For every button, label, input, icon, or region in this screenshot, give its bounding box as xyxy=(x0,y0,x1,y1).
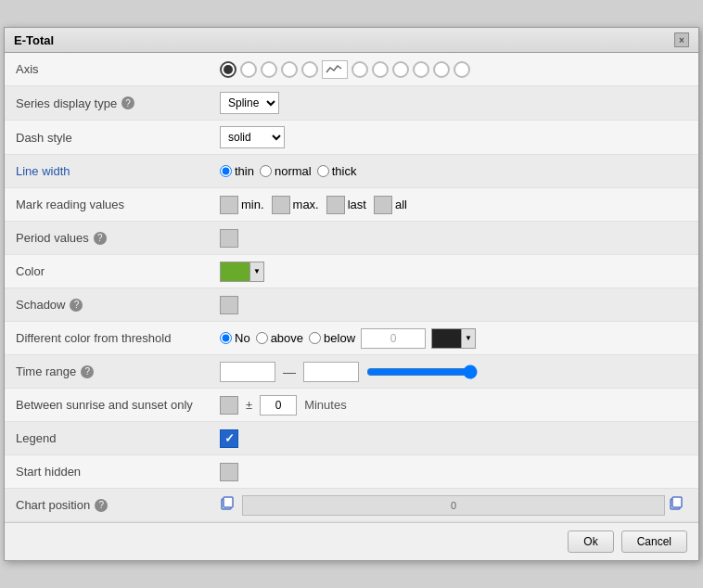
axis-radio-9[interactable] xyxy=(413,61,429,78)
threshold-controls: No above below ▼ xyxy=(220,328,687,349)
axis-controls xyxy=(220,60,687,79)
color-swatch[interactable] xyxy=(220,262,249,282)
mark-all[interactable]: all xyxy=(374,196,407,214)
series-display-help[interactable]: ? xyxy=(121,96,134,109)
axis-radio-8[interactable] xyxy=(392,61,409,78)
series-display-select[interactable]: Spline Line Bar Area xyxy=(220,92,279,114)
color-dropdown-btn[interactable]: ▼ xyxy=(249,262,264,282)
sunrise-minutes-input[interactable] xyxy=(260,395,297,415)
line-width-thick[interactable]: thick xyxy=(317,164,357,178)
cancel-button[interactable]: Cancel xyxy=(621,530,687,553)
chart-position-copy-right[interactable] xyxy=(669,496,687,515)
svg-rect-1 xyxy=(224,497,233,507)
line-width-label: Line width xyxy=(16,164,220,178)
close-button[interactable]: × xyxy=(674,32,689,47)
period-values-row: Period values ? xyxy=(5,222,698,255)
time-range-help[interactable]: ? xyxy=(81,365,94,378)
line-width-row: Line width thin normal thick xyxy=(5,155,698,188)
time-range-label: Time range ? xyxy=(16,364,220,378)
position-track-bar: 0 xyxy=(242,495,665,516)
chart-position-value: 0 xyxy=(451,500,456,511)
sunrise-sunset-label: Between sunrise and sunset only xyxy=(16,398,220,412)
axis-radio-2[interactable] xyxy=(240,61,257,78)
mark-last-checkbox[interactable] xyxy=(326,196,345,214)
time-range-dash: — xyxy=(283,364,296,379)
color-row: Color ▼ xyxy=(5,255,698,288)
threshold-color-picker: ▼ xyxy=(431,328,476,349)
time-end-input[interactable]: 24:00 xyxy=(303,362,359,382)
ok-button[interactable]: Ok xyxy=(568,530,613,553)
axis-radio-6[interactable] xyxy=(352,61,368,78)
dialog-content: Axis xyxy=(5,53,698,522)
axis-radio-3[interactable] xyxy=(261,61,277,78)
axis-row: Axis xyxy=(5,53,698,86)
legend-controls: ✓ xyxy=(220,429,687,448)
time-range-slider[interactable] xyxy=(366,364,478,379)
mark-readings-label: Mark reading values xyxy=(16,198,220,211)
threshold-no[interactable]: No xyxy=(220,331,250,345)
time-range-controls: 00:00 — 24:00 xyxy=(220,362,687,382)
legend-row: Legend ✓ xyxy=(5,422,698,455)
axis-radio-11[interactable] xyxy=(454,61,470,78)
axis-label: Axis xyxy=(16,62,220,76)
start-hidden-checkbox[interactable] xyxy=(220,463,238,481)
time-range-row: Time range ? 00:00 — 24:00 xyxy=(5,355,698,389)
axis-radio-7[interactable] xyxy=(372,61,389,78)
shadow-label: Schadow ? xyxy=(16,298,220,312)
color-picker: ▼ xyxy=(220,262,264,282)
threshold-above[interactable]: above xyxy=(256,331,303,345)
series-display-controls: Spline Line Bar Area xyxy=(220,92,687,114)
color-controls: ▼ xyxy=(220,262,687,282)
series-display-label: Series display type ? xyxy=(16,96,220,110)
dialog-title: E-Total xyxy=(14,33,54,47)
chart-position-track: 0 xyxy=(242,495,665,516)
threshold-label: Different color from threshold xyxy=(16,331,220,345)
threshold-color-swatch[interactable] xyxy=(431,328,461,349)
dash-style-controls: solid dashed dotted xyxy=(220,126,687,148)
line-width-thin[interactable]: thin xyxy=(220,164,254,178)
chart-position-help[interactable]: ? xyxy=(95,499,108,512)
threshold-value-input[interactable] xyxy=(361,328,426,349)
mark-min-checkbox[interactable] xyxy=(220,196,238,214)
mark-all-checkbox[interactable] xyxy=(374,196,392,214)
mark-max[interactable]: max. xyxy=(272,196,319,214)
axis-radio-4[interactable] xyxy=(281,61,298,78)
dialog: E-Total × Axis xyxy=(4,27,699,561)
mark-min[interactable]: min. xyxy=(220,196,264,214)
shadow-checkbox[interactable] xyxy=(220,296,238,314)
color-label: Color xyxy=(16,264,220,278)
shadow-help[interactable]: ? xyxy=(70,299,83,312)
axis-radio-10[interactable] xyxy=(433,61,450,78)
chart-position-row: Chart position ? 0 xyxy=(5,489,698,522)
bottom-bar: Ok Cancel xyxy=(5,522,698,560)
period-values-controls xyxy=(220,229,687,248)
mark-readings-row: Mark reading values min. max. last all xyxy=(5,188,698,222)
axis-radio-5[interactable] xyxy=(301,61,318,78)
sunrise-sunset-checkbox[interactable] xyxy=(220,396,238,415)
period-values-label: Period values ? xyxy=(16,231,220,245)
plus-minus-sign: ± xyxy=(246,398,252,412)
legend-checkbox[interactable]: ✓ xyxy=(220,429,238,448)
dash-style-select[interactable]: solid dashed dotted xyxy=(220,126,285,148)
title-bar: E-Total × xyxy=(5,28,698,53)
sunrise-sunset-controls: ± Minutes xyxy=(220,395,687,415)
line-width-controls: thin normal thick xyxy=(220,164,687,178)
threshold-row: Different color from threshold No above … xyxy=(5,322,698,355)
start-hidden-label: Start hidden xyxy=(16,465,220,479)
mark-last[interactable]: last xyxy=(326,196,366,214)
threshold-color-dropdown-btn[interactable]: ▼ xyxy=(461,328,476,349)
chart-position-controls: 0 xyxy=(220,495,687,516)
mark-readings-controls: min. max. last all xyxy=(220,196,687,214)
chart-position-label: Chart position ? xyxy=(16,498,220,512)
shadow-controls xyxy=(220,296,687,314)
line-width-normal[interactable]: normal xyxy=(260,164,312,178)
threshold-below[interactable]: below xyxy=(309,331,355,345)
axis-radio-1[interactable] xyxy=(220,61,236,78)
dash-style-row: Dash style solid dashed dotted xyxy=(5,121,698,155)
time-start-input[interactable]: 00:00 xyxy=(220,362,275,382)
mark-max-checkbox[interactable] xyxy=(272,196,290,214)
period-values-checkbox[interactable] xyxy=(220,229,238,248)
period-values-help[interactable]: ? xyxy=(94,232,107,245)
chart-position-copy-left[interactable] xyxy=(220,496,238,515)
dash-style-label: Dash style xyxy=(16,131,220,145)
